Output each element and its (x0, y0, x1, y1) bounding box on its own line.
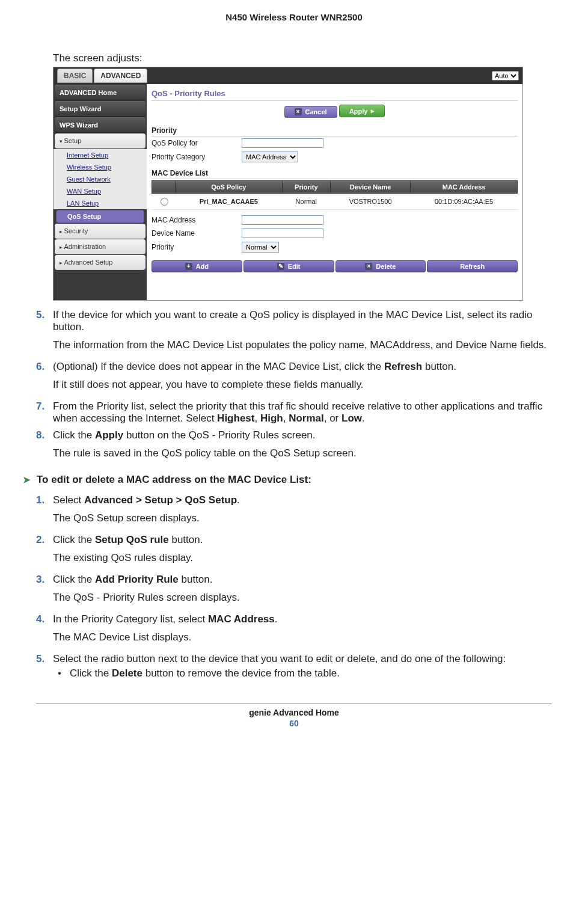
cancel-button[interactable]: × Cancel (284, 106, 337, 118)
table-row: Pri_MAC_ACAAE5 Normal VOSTRO1500 00:1D:0… (152, 193, 518, 209)
panel-title: QoS - Priority Rules (152, 88, 518, 101)
sidebar-lan-setup[interactable]: LAN Setup (54, 197, 147, 209)
close-icon: × (365, 263, 372, 270)
delete-button[interactable]: × Delete (335, 260, 426, 272)
lead-text: The screen adjusts: (53, 52, 552, 64)
delete-label: Delete (376, 263, 396, 270)
step5-p2: The information from the MAC Device List… (53, 339, 552, 351)
play-icon: ▸ (371, 107, 375, 115)
sidebar-guest-network[interactable]: Guest Network (54, 173, 147, 185)
close-icon: × (295, 108, 302, 115)
refresh-button[interactable]: Refresh (427, 260, 518, 272)
stepb-num-4: 4. (36, 613, 53, 649)
stepb1-p2: The QoS Setup screen displays. (53, 512, 552, 524)
stepb1-p1: Select Advanced > Setup > QoS Setup. (53, 494, 552, 506)
tab-basic[interactable]: BASIC (57, 69, 93, 83)
stepb-num-5: 5. (36, 653, 53, 679)
procedure-heading: ➤ To edit or delete a MAC address on the… (23, 474, 552, 486)
priority-category-label: Priority Category (152, 153, 242, 161)
mac-address-label: MAC Address (152, 216, 242, 224)
language-select[interactable]: Auto (492, 71, 519, 81)
cell-mac: 00:1D:09:AC:AA:E5 (411, 193, 518, 209)
step7-p1: From the Priority list, select the prior… (53, 400, 552, 425)
edit-button[interactable]: ✎ Edit (243, 260, 334, 272)
sidebar-qos-setup[interactable]: QoS Setup (56, 210, 144, 223)
step8-p2: The rule is saved in the QoS policy tabl… (53, 447, 552, 459)
stepb2-p2: The existing QoS rules display. (53, 552, 552, 564)
cell-priority: Normal (282, 193, 330, 209)
priority-select[interactable]: Normal (242, 242, 279, 253)
th-device: Device Name (330, 180, 410, 193)
sidebar-wps-wizard[interactable]: WPS Wizard (55, 117, 145, 133)
sidebar-wireless-setup[interactable]: Wireless Setup (54, 161, 147, 173)
mac-list-label: MAC Device List (152, 168, 518, 179)
stepb2-p1: Click the Setup QoS rule button. (53, 534, 552, 546)
stepb-num-2: 2. (36, 534, 53, 570)
step5-p1: If the device for which you want to crea… (53, 309, 552, 333)
row-radio[interactable] (161, 198, 168, 206)
pencil-icon: ✎ (277, 263, 284, 270)
mac-address-input[interactable] (242, 215, 323, 225)
stepb3-p2: The QoS - Priority Rules screen displays… (53, 592, 552, 604)
router-screenshot: BASIC ADVANCED Auto ADVANCED Home Setup … (53, 67, 523, 301)
th-policy: QoS Policy (176, 180, 283, 193)
device-name-input[interactable] (242, 228, 323, 238)
sidebar-setup[interactable]: Setup (55, 133, 145, 149)
step-num-6: 6. (36, 361, 53, 397)
apply-button[interactable]: Apply ▸ (339, 105, 385, 117)
step-num-5: 5. (36, 309, 53, 357)
stepb4-p2: The MAC Device List displays. (53, 631, 552, 643)
footer: genie Advanced Home 60 (36, 704, 552, 728)
priority-section: Priority (152, 125, 518, 136)
sidebar-internet-setup[interactable]: Internet Setup (54, 149, 147, 161)
add-label: Add (196, 263, 209, 270)
sidebar-wan-setup[interactable]: WAN Setup (54, 185, 147, 197)
stepb4-p1: In the Priority Category list, select MA… (53, 613, 552, 625)
cell-device: VOSTRO1500 (330, 193, 410, 209)
apply-label: Apply (349, 108, 368, 115)
arrow-icon: ➤ (23, 474, 31, 485)
edit-label: Edit (288, 263, 301, 270)
qos-policy-input[interactable] (242, 138, 323, 148)
stepb-num-1: 1. (36, 494, 53, 530)
stepb-num-3: 3. (36, 574, 53, 610)
step-num-8: 8. (36, 429, 53, 465)
sidebar-advanced-setup[interactable]: Advanced Setup (55, 255, 145, 270)
sidebar-security[interactable]: Security (55, 224, 145, 239)
refresh-label: Refresh (460, 263, 485, 270)
stepb3-p1: Click the Add Priority Rule button. (53, 574, 552, 586)
step6-p2: If it still does not appear, you have to… (53, 379, 552, 391)
priority-category-select[interactable]: MAC Address (242, 152, 298, 162)
th-priority: Priority (282, 180, 330, 193)
stepb5-bullet: • Click the Delete button to remove the … (58, 667, 552, 679)
cell-policy: Pri_MAC_ACAAE5 (176, 193, 283, 209)
step8-p1: Click the Apply button on the QoS - Prio… (53, 429, 552, 441)
plus-icon: + (185, 263, 192, 270)
step-num-7: 7. (36, 400, 53, 426)
th-mac: MAC Address (411, 180, 518, 193)
bullet-icon: • (58, 667, 70, 679)
tab-advanced[interactable]: ADVANCED (94, 69, 147, 83)
qos-policy-label: QoS Policy for (152, 139, 242, 147)
sidebar: ADVANCED Home Setup Wizard WPS Wizard Se… (54, 84, 147, 300)
add-button[interactable]: + Add (152, 260, 242, 272)
sidebar-administration[interactable]: Administration (55, 239, 145, 254)
doc-header: N450 Wireless Router WNR2500 (36, 12, 552, 22)
cancel-label: Cancel (305, 108, 327, 115)
step6-p1: (Optional) If the device does not appear… (53, 361, 552, 373)
stepb5-p1: Select the radio button next to the devi… (53, 653, 552, 665)
device-name-label: Device Name (152, 229, 242, 238)
sidebar-setup-wizard[interactable]: Setup Wizard (55, 101, 145, 117)
priority-label: Priority (152, 243, 242, 251)
page-number: 60 (36, 719, 552, 728)
sidebar-adv-home[interactable]: ADVANCED Home (55, 85, 145, 100)
mac-device-table: QoS Policy Priority Device Name MAC Addr… (152, 180, 518, 210)
